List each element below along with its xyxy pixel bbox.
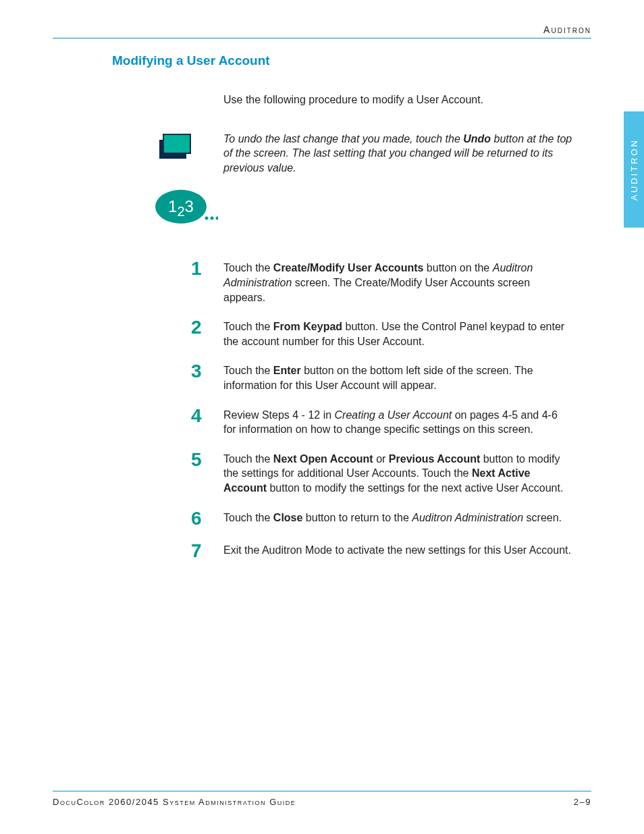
svg-point-4 bbox=[205, 217, 209, 220]
step-text: Touch the Close button to return to the … bbox=[223, 509, 591, 525]
steps-list: 1Touch the Create/Modify User Accounts b… bbox=[53, 259, 591, 560]
footer-page-number: 2–9 bbox=[574, 797, 591, 807]
svg-rect-1 bbox=[163, 134, 190, 153]
side-tab: AUDITRON bbox=[624, 111, 644, 228]
note-pre: To undo the last change that you made, t… bbox=[223, 133, 463, 145]
step-number: 7 bbox=[191, 542, 223, 561]
step-item: 3Touch the Enter button on the bottom le… bbox=[53, 362, 591, 392]
section-title: Modifying a User Account bbox=[112, 53, 591, 68]
step-text: Review Steps 4 - 12 in Creating a User A… bbox=[223, 407, 591, 437]
svg-point-5 bbox=[211, 217, 214, 220]
step-number: 4 bbox=[191, 407, 223, 425]
step-text: Exit the Auditron Mode to activate the n… bbox=[223, 542, 591, 558]
step-number: 3 bbox=[191, 362, 223, 381]
note-bold: Undo bbox=[463, 133, 491, 145]
step-item: 2Touch the From Keypad button. Use the C… bbox=[53, 318, 591, 348]
step-number: 6 bbox=[191, 509, 223, 528]
note-text: To undo the last change that you made, t… bbox=[223, 132, 591, 176]
step-number: 5 bbox=[191, 450, 223, 469]
step-item: 6Touch the Close button to return to the… bbox=[53, 509, 591, 528]
steps-icon: 123 bbox=[154, 188, 218, 226]
step-item: 4Review Steps 4 - 12 in Creating a User … bbox=[53, 407, 591, 437]
step-number: 2 bbox=[191, 318, 223, 337]
step-text: Touch the Create/Modify User Accounts bu… bbox=[223, 259, 591, 305]
step-text: Touch the Next Open Account or Previous … bbox=[223, 450, 591, 496]
note-icon bbox=[154, 132, 194, 165]
step-text: Touch the From Keypad button. Use the Co… bbox=[223, 318, 591, 348]
step-number: 1 bbox=[191, 259, 223, 278]
side-tab-label: AUDITRON bbox=[629, 138, 639, 201]
step-text: Touch the Enter button on the bottom lef… bbox=[223, 362, 591, 392]
footer-rule bbox=[53, 791, 591, 791]
header-rule bbox=[53, 38, 591, 38]
footer-left: DocuColor 2060/2045 System Administratio… bbox=[53, 797, 296, 807]
header-section-label: Auditron bbox=[53, 24, 591, 35]
step-item: 7Exit the Auditron Mode to activate the … bbox=[53, 542, 591, 561]
step-item: 5Touch the Next Open Account or Previous… bbox=[53, 450, 591, 496]
step-item: 1Touch the Create/Modify User Accounts b… bbox=[53, 259, 591, 305]
intro-text: Use the following procedure to modify a … bbox=[223, 93, 591, 107]
svg-point-6 bbox=[216, 217, 219, 220]
